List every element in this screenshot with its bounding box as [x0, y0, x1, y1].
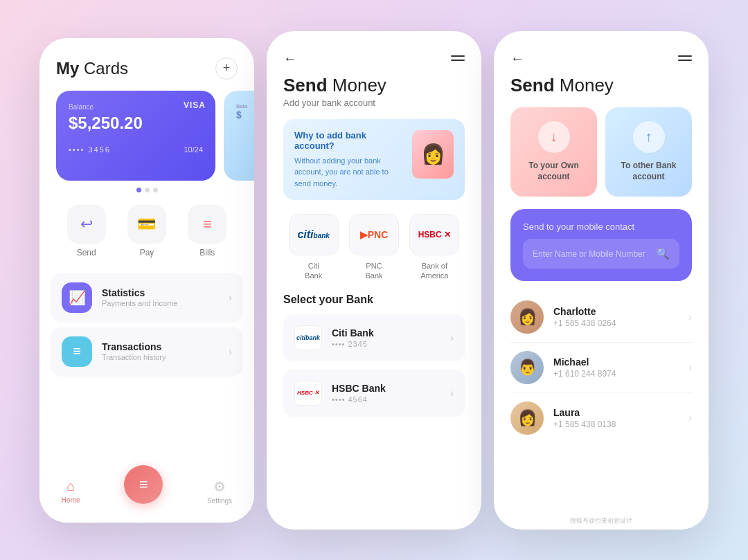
- own-account-icon: ↓: [538, 121, 570, 153]
- banner-title: Why to add bank account?: [294, 130, 404, 151]
- hamburger-line-1: [678, 55, 692, 57]
- michael-avatar: 👨: [510, 351, 544, 384]
- citi-bank-info: Citi Bank •••• 2345: [332, 327, 440, 348]
- citibank-logo: citibank: [289, 214, 339, 255]
- page-title: My Cards: [56, 59, 128, 78]
- transactions-menu-item[interactable]: ≡ Transactions Transaction history ›: [51, 327, 243, 377]
- pnc-label: PNCBank: [365, 261, 382, 281]
- citibank-logo-item[interactable]: citibank CitiBank: [289, 214, 339, 281]
- send-label: Send: [77, 248, 96, 258]
- contact-michael[interactable]: 👨 Michael +1 610 244 8974 ›: [494, 343, 709, 392]
- pay-icon: 💳: [127, 205, 166, 244]
- banner-image: 👩: [412, 130, 454, 179]
- menu-button[interactable]: [451, 55, 465, 61]
- nav-fab-button[interactable]: ≡: [124, 465, 163, 504]
- laura-chevron-icon: ›: [688, 412, 692, 424]
- dot-1: [136, 188, 141, 192]
- own-account-label: To your Own account: [520, 160, 587, 183]
- pnc-logo-text: ▶PNC: [360, 229, 389, 240]
- search-icon: 🔍: [656, 247, 670, 260]
- charlotte-chevron-icon: ›: [688, 311, 692, 323]
- card-amount: $5,250.20: [69, 114, 203, 133]
- charlotte-name: Charlotte: [553, 306, 679, 317]
- statistics-icon: 📈: [62, 282, 92, 313]
- card-brand: VISA: [184, 100, 206, 110]
- hsbc-logo-item[interactable]: HSBC ✕ Bank ofAmerica: [409, 214, 459, 281]
- michael-info: Michael +1 610 244 8974: [553, 356, 679, 379]
- pnc-logo-item[interactable]: ▶PNC PNCBank: [349, 214, 399, 281]
- citi-bank-list-item[interactable]: citibank Citi Bank •••• 2345 ›: [283, 314, 465, 361]
- add-card-button[interactable]: +: [215, 57, 238, 80]
- own-account-card[interactable]: ↓ To your Own account: [510, 107, 597, 197]
- citi-bank-chevron-icon: ›: [450, 332, 454, 344]
- contact-charlotte[interactable]: 👩 Charlotte +1 585 438 0264 ›: [494, 292, 709, 342]
- hsbc-bank-chevron-icon: ›: [450, 387, 454, 399]
- send-icon: ↩: [67, 205, 106, 244]
- other-bank-icon: ↑: [633, 121, 665, 153]
- page-title: Send Money: [494, 75, 709, 107]
- menu-button[interactable]: [678, 55, 692, 61]
- secondary-balance-label: Bala: [236, 103, 254, 109]
- cards-area: VISA Balance $5,250.20 •••• 3456 10/24 B…: [39, 91, 254, 181]
- hsbc-bank-list-item[interactable]: HSBC ✕ HSBC Bank •••• 4564 ›: [283, 370, 465, 417]
- send-action[interactable]: ↩ Send: [67, 205, 106, 258]
- page-title: Send Money Add your bank account: [267, 75, 481, 119]
- laura-avatar: 👩: [510, 401, 544, 435]
- nav-home[interactable]: ⌂ Home: [62, 478, 80, 504]
- watermark: 搜狐号@衍果创意设计: [494, 516, 709, 525]
- citibank-label: CitiBank: [305, 261, 322, 281]
- transfer-types: ↓ To your Own account ↑ To other Bank ac…: [494, 107, 709, 210]
- title-normal: Cards: [79, 59, 128, 78]
- dot-2: [145, 188, 150, 192]
- main-card[interactable]: VISA Balance $5,250.20 •••• 3456 10/24: [56, 91, 215, 181]
- pay-action[interactable]: 💳 Pay: [127, 205, 166, 258]
- mobile-search-box[interactable]: Enter Name or Mobile Number 🔍: [523, 239, 679, 269]
- michael-phone: +1 610 244 8974: [553, 369, 679, 379]
- screen-send-contacts: ← Send Money ↓ To your Own account ↑ To …: [494, 31, 709, 530]
- title-bold: Send: [510, 75, 555, 96]
- send-contacts-header: ←: [494, 31, 709, 75]
- card-number: •••• 3456: [69, 145, 111, 154]
- transactions-subtitle: Transaction history: [102, 353, 219, 361]
- my-cards-header: My Cards +: [39, 38, 254, 91]
- hamburger-line-2: [678, 60, 692, 61]
- title-bold: Send: [283, 75, 328, 96]
- statistics-menu-item[interactable]: 📈 Statistics Payments and Income ›: [51, 273, 243, 323]
- info-banner: Why to add bank account? Without adding …: [283, 119, 465, 201]
- settings-label: Settings: [207, 497, 232, 505]
- charlotte-phone: +1 585 438 0264: [553, 318, 679, 328]
- transactions-title: Transactions: [102, 341, 219, 352]
- other-bank-card[interactable]: ↑ To other Bank account: [605, 107, 692, 197]
- back-button[interactable]: ←: [510, 51, 524, 66]
- statistics-subtitle: Payments and Income: [102, 299, 219, 307]
- pnc-logo: ▶PNC: [349, 214, 399, 255]
- contact-laura[interactable]: 👩 Laura +1 585 438 0138 ›: [494, 393, 709, 443]
- hsbc-logo: HSBC ✕: [409, 214, 459, 255]
- other-bank-label: To other Bank account: [615, 160, 682, 183]
- bills-action[interactable]: ≡ Bills: [188, 205, 226, 258]
- home-icon: ⌂: [66, 478, 75, 494]
- citi-bank-number: •••• 2345: [332, 340, 440, 348]
- dot-3: [153, 188, 158, 192]
- card-info: •••• 3456 10/24: [69, 145, 203, 154]
- balance-label: Balance: [69, 103, 203, 111]
- hsbc-bank-name: HSBC Bank: [332, 383, 440, 394]
- michael-name: Michael: [553, 356, 679, 368]
- settings-icon: ⚙: [213, 478, 226, 495]
- bills-icon: ≡: [188, 205, 226, 244]
- nav-settings[interactable]: ⚙ Settings: [207, 478, 232, 505]
- title-bold: My: [56, 59, 79, 78]
- back-button[interactable]: ←: [283, 51, 297, 66]
- statistics-title: Statistics: [102, 287, 219, 298]
- hsbc-bank-list-logo: HSBC ✕: [294, 381, 322, 406]
- charlotte-avatar: 👩: [510, 300, 544, 334]
- laura-phone: +1 585 438 0138: [553, 419, 679, 429]
- secondary-amount: $: [236, 109, 254, 120]
- citi-logo-text: citibank: [297, 228, 329, 241]
- page-subtitle: Add your bank account: [283, 98, 465, 108]
- mobile-contact-section: Send to your mobile contact Enter Name o…: [510, 209, 692, 281]
- pay-label: Pay: [140, 248, 154, 258]
- home-label: Home: [62, 496, 80, 504]
- laura-info: Laura +1 585 438 0138: [553, 407, 679, 429]
- secondary-card[interactable]: Bala $: [224, 91, 254, 181]
